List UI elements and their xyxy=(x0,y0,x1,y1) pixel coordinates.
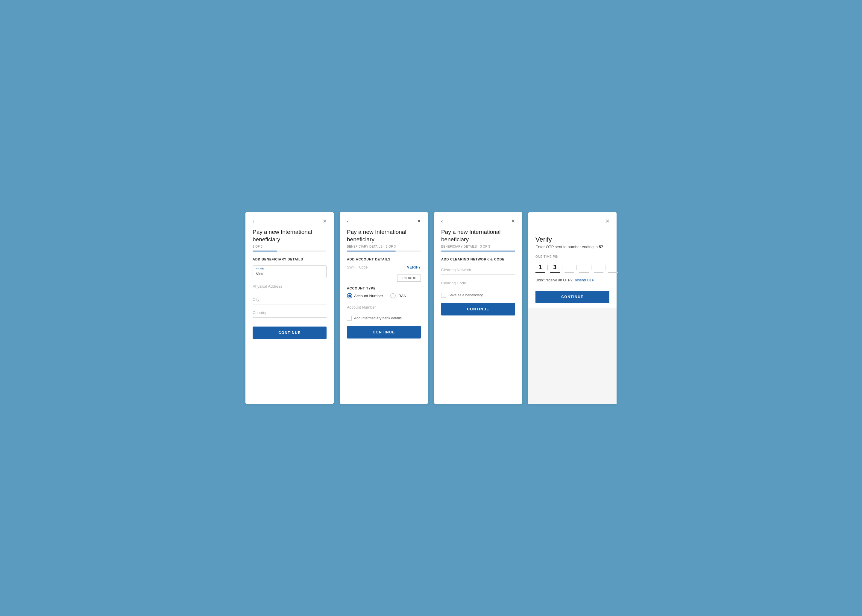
intermediary-checkbox[interactable] xyxy=(347,316,352,321)
screen-1-content: Pay a new International beneficiary 1 OF… xyxy=(246,228,334,404)
save-beneficiary-row: Save as a beneficiary xyxy=(441,293,515,297)
otp-inputs: | | | | | xyxy=(536,262,609,273)
name-label: NAME xyxy=(255,267,264,270)
country-input[interactable] xyxy=(253,308,326,317)
clearing-code-input[interactable] xyxy=(441,278,515,288)
verify-button[interactable]: VERIFY xyxy=(407,265,421,269)
close-button-1[interactable]: ✕ xyxy=(321,218,328,225)
screen-3-progress-bar xyxy=(441,251,515,251)
otp-digit-3[interactable] xyxy=(564,262,574,273)
screen-1: ‹ ✕ Pay a new International beneficiary … xyxy=(246,212,334,404)
account-number-label: Account Number xyxy=(354,294,383,298)
verify-otp-number: 57 xyxy=(599,245,603,249)
account-type-radio-group: Account Number IBAN xyxy=(347,293,421,299)
continue-button-4[interactable]: CONTINUE xyxy=(536,291,609,303)
account-number-input[interactable] xyxy=(347,303,421,312)
screen-4-gray-section xyxy=(528,308,616,404)
otp-separator-2: | xyxy=(561,264,563,270)
clearing-code-group xyxy=(441,278,515,288)
intermediary-checkbox-row: Add Intermediary bank details xyxy=(347,316,421,321)
continue-button-1[interactable]: CONTINUE xyxy=(253,327,326,339)
resend-prefix: Didn't receive an OTP? xyxy=(536,278,574,282)
close-button-4[interactable]: ✕ xyxy=(604,218,611,225)
radio-account-number[interactable]: Account Number xyxy=(347,293,383,299)
screen-3: ‹ ✕ Pay a new International beneficiary … xyxy=(434,212,522,404)
name-field: NAME xyxy=(253,265,326,278)
radio-circle-iban xyxy=(390,293,396,299)
back-button-2[interactable]: ‹ xyxy=(346,218,350,225)
screen-2-section-label: ADD ACCOUNT DETAILS xyxy=(347,258,421,261)
back-button-3[interactable]: ‹ xyxy=(440,218,444,225)
city-group xyxy=(253,295,326,305)
radio-iban[interactable]: IBAN xyxy=(390,293,407,299)
screen-3-section-label: ADD CLEARING NETWORK & CODE xyxy=(441,258,515,261)
screen-3-content: Pay a new International beneficiary BENE… xyxy=(434,228,522,404)
screen-2-progress-fill xyxy=(347,251,396,251)
continue-button-2[interactable]: CONTINUE xyxy=(347,326,421,338)
screen-3-progress-fill xyxy=(441,251,515,251)
iban-label: IBAN xyxy=(397,294,407,298)
otp-label: ONE TIME PIN xyxy=(536,255,609,258)
verify-subtitle-prefix: Enter OTP sent to number ending in xyxy=(536,245,599,249)
screen-4-white-section: Verify Enter OTP sent to number ending i… xyxy=(528,228,616,308)
intermediary-label: Add Intermediary bank details xyxy=(354,316,402,320)
screen-4-title: Verify xyxy=(536,236,609,244)
resend-row: Didn't receive an OTP? Resend OTP xyxy=(536,278,609,282)
otp-digit-1[interactable] xyxy=(536,262,545,273)
otp-digit-2[interactable] xyxy=(550,262,560,273)
screen-2-title: Pay a new International beneficiary xyxy=(347,228,421,243)
screen-4: ✕ Verify Enter OTP sent to number ending… xyxy=(528,212,616,404)
screen-2: ‹ ✕ Pay a new International beneficiary … xyxy=(340,212,428,404)
save-beneficiary-checkbox[interactable] xyxy=(441,293,446,297)
screen-1-step: 1 OF 3 xyxy=(253,245,326,248)
screen-1-progress-fill xyxy=(253,251,277,251)
otp-digit-5[interactable] xyxy=(594,262,604,273)
screen-3-header: ‹ ✕ xyxy=(434,212,522,228)
otp-separator-4: | xyxy=(591,264,592,270)
clearing-network-input[interactable] xyxy=(441,265,515,275)
screen-1-title: Pay a new International beneficiary xyxy=(253,228,326,243)
screen-1-progress-bar xyxy=(253,251,326,251)
lookup-button[interactable]: LOOKUP xyxy=(397,275,421,282)
swift-code-label: SWIFT Code xyxy=(347,265,367,269)
screen-1-section-label: ADD BENEFICIARY DETAILS xyxy=(253,258,326,261)
physical-address-group xyxy=(253,282,326,291)
account-number-group xyxy=(347,303,421,312)
otp-digit-4[interactable] xyxy=(579,262,589,273)
lookup-row: LOOKUP xyxy=(347,275,421,282)
screen-4-header: ✕ xyxy=(528,212,616,228)
radio-circle-account xyxy=(347,293,352,299)
country-group xyxy=(253,308,326,317)
resend-otp-link[interactable]: Resend OTP xyxy=(574,278,594,282)
screen-2-header: ‹ ✕ xyxy=(340,212,428,228)
screen-2-step: BENEFICIARY DETAILS - 2 OF 3 xyxy=(347,245,421,248)
physical-address-input[interactable] xyxy=(253,282,326,291)
screen-3-title: Pay a new International beneficiary xyxy=(441,228,515,243)
screen-2-progress-bar xyxy=(347,251,421,251)
screen-2-content: Pay a new International beneficiary BENE… xyxy=(340,228,428,404)
otp-separator-5: | xyxy=(605,264,607,270)
otp-separator-1: | xyxy=(547,264,548,270)
otp-digit-6[interactable] xyxy=(608,262,618,273)
screen-3-step: BENEFICIARY DETAILS - 3 OF 3 xyxy=(441,245,515,248)
save-beneficiary-label: Save as a beneficiary xyxy=(448,293,483,297)
screen-1-header: ‹ ✕ xyxy=(246,212,334,228)
back-button-1[interactable]: ‹ xyxy=(251,218,255,225)
verify-subtitle: Enter OTP sent to number ending in 57 xyxy=(536,245,609,249)
otp-separator-3: | xyxy=(576,264,577,270)
continue-button-3[interactable]: CONTINUE xyxy=(441,303,515,316)
close-button-2[interactable]: ✕ xyxy=(416,218,422,225)
city-input[interactable] xyxy=(253,295,326,305)
clearing-network-group xyxy=(441,265,515,275)
account-type-label: ACCOUNT TYPE xyxy=(347,286,421,290)
close-button-3[interactable]: ✕ xyxy=(510,218,516,225)
swift-row: SWIFT Code VERIFY xyxy=(347,265,421,272)
screens-container: ‹ ✕ Pay a new International beneficiary … xyxy=(246,212,616,404)
